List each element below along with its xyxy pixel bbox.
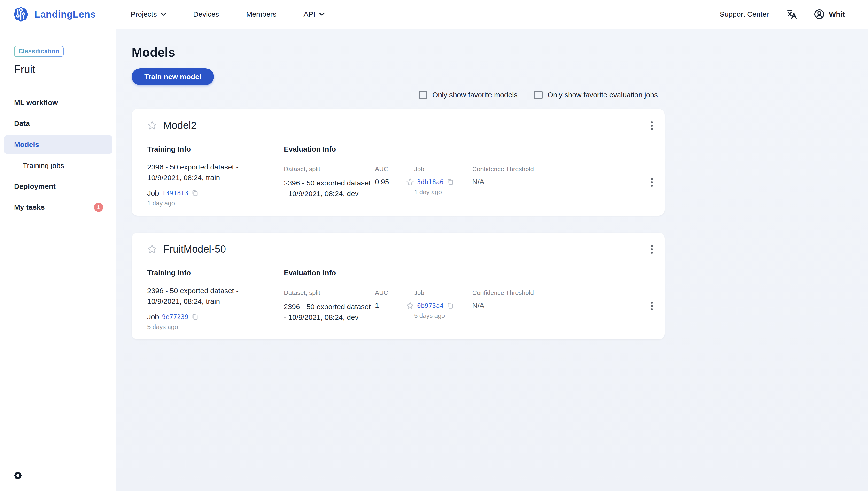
primary-nav: Projects Devices Members API: [131, 10, 324, 19]
confidence-threshold-value: N/A: [472, 301, 649, 323]
training-time-ago: 5 days ago: [147, 323, 266, 331]
sidebar-menu: ML workflow Data Models Training jobs De…: [0, 88, 116, 218]
training-dataset: 2396 - 50 exported dataset - 10/9/2021, …: [147, 162, 266, 183]
training-dataset: 2396 - 50 exported dataset - 10/9/2021, …: [147, 285, 266, 307]
evaluation-info-section: Evaluation Info Dataset, split AUC Job C…: [276, 145, 649, 207]
evaluation-info-section: Evaluation Info Dataset, split AUC Job C…: [276, 268, 649, 331]
evaluation-dataset: 2396 - 50 exported dataset - 10/9/2021, …: [284, 178, 375, 199]
evaluation-job-cell: 3db18a6: [414, 178, 472, 199]
evaluation-column-headers: Dataset, split AUC Job Confidence Thresh…: [284, 289, 649, 296]
favorite-evaluation-jobs-checkbox[interactable]: [534, 91, 543, 99]
chevron-down-icon: [161, 12, 166, 16]
sidebar-item-label: My tasks: [14, 203, 45, 211]
landinglens-app: LandingLens Projects Devices Members API: [0, 0, 868, 491]
brand-home-link[interactable]: LandingLens: [11, 5, 96, 24]
evaluation-time-ago: 1 day ago: [414, 189, 472, 196]
evaluation-row-menu-button[interactable]: [650, 300, 654, 312]
landinglens-logo-icon: [11, 5, 30, 24]
model-name: Model2: [163, 120, 197, 131]
model-card: Model2 Training Info 2396 - 50 exported …: [132, 109, 665, 216]
col-auc: AUC: [375, 165, 414, 173]
copy-job-id-button[interactable]: [191, 190, 199, 197]
model-menu-button[interactable]: [650, 243, 654, 255]
project-type-label: Classification: [19, 48, 59, 55]
train-new-model-button[interactable]: Train new model: [132, 68, 214, 85]
col-dataset-split: Dataset, split: [284, 165, 375, 173]
favorite-star-icon[interactable]: [147, 121, 157, 130]
sidebar-item-label: Models: [14, 140, 39, 149]
model-menu-button[interactable]: [650, 120, 654, 132]
sidebar-item-models[interactable]: Models: [4, 135, 112, 154]
nav-devices[interactable]: Devices: [193, 10, 219, 19]
favorite-models-checkbox[interactable]: [419, 91, 428, 99]
support-center-link[interactable]: Support Center: [720, 10, 769, 19]
evaluation-row-menu-button[interactable]: [650, 176, 654, 189]
nav-api[interactable]: API: [303, 10, 324, 19]
sidebar-item-training-jobs[interactable]: Training jobs: [0, 155, 116, 176]
nav-utilities: Support Center: [720, 8, 845, 20]
evaluation-dataset: 2396 - 50 exported dataset - 10/9/2021, …: [284, 301, 375, 323]
col-auc: AUC: [375, 289, 414, 296]
nav-projects-label: Projects: [131, 10, 157, 19]
evaluation-info-heading: Evaluation Info: [284, 268, 649, 277]
tasks-count-badge: 1: [94, 203, 103, 212]
favorite-star-icon[interactable]: [406, 302, 414, 310]
copy-job-id-button[interactable]: [191, 313, 199, 321]
evaluation-job-id-link[interactable]: 0b973a4: [417, 302, 444, 310]
col-job: Job: [414, 289, 472, 296]
project-name: Fruit: [14, 63, 102, 75]
training-job-id-link[interactable]: 13918f3: [162, 190, 189, 197]
filter-favorite-models[interactable]: Only show favorite models: [419, 91, 518, 99]
filter-label: Only show favorite evaluation jobs: [548, 91, 658, 99]
model-card-header: FruitModel-50: [147, 242, 649, 256]
sidebar-item-deployment[interactable]: Deployment: [0, 176, 116, 197]
evaluation-time-ago: 5 days ago: [414, 312, 472, 320]
model-name: FruitModel-50: [163, 243, 226, 255]
page-title: Models: [132, 46, 868, 59]
model-card-header: Model2: [147, 119, 649, 132]
sidebar-item-ml-workflow[interactable]: ML workflow: [0, 92, 116, 113]
evaluation-row: 2396 - 50 exported dataset - 10/9/2021, …: [284, 301, 649, 323]
nav-members-label: Members: [246, 10, 276, 19]
training-info-heading: Training Info: [147, 268, 266, 277]
nav-devices-label: Devices: [193, 10, 219, 19]
sidebar-item-label: ML workflow: [14, 98, 58, 107]
sidebar-item-label: Deployment: [14, 182, 56, 191]
project-type-badge: Classification: [14, 46, 64, 57]
main-content: Models Train new model Only show favorit…: [116, 29, 868, 491]
col-confidence-threshold: Confidence Threshold: [472, 289, 649, 296]
nav-api-label: API: [303, 10, 315, 19]
sidebar-item-label: Training jobs: [23, 162, 64, 170]
model-card-body: Training Info 2396 - 50 exported dataset…: [147, 145, 649, 207]
copy-job-id-button[interactable]: [446, 178, 454, 186]
training-job-id-link[interactable]: 9e77239: [162, 313, 189, 321]
training-info-section: Training Info 2396 - 50 exported dataset…: [147, 145, 276, 207]
confidence-threshold-value: N/A: [472, 178, 649, 199]
user-name: Whit: [829, 10, 845, 19]
job-label: Job: [147, 189, 159, 197]
favorite-star-icon[interactable]: [406, 178, 414, 186]
nav-projects[interactable]: Projects: [131, 10, 166, 19]
evaluation-job-cell: 0b973a4: [414, 301, 472, 323]
model-card-body: Training Info 2396 - 50 exported dataset…: [147, 268, 649, 331]
gear-icon: [13, 471, 23, 480]
translate-icon: [785, 8, 797, 20]
nav-members[interactable]: Members: [246, 10, 276, 19]
evaluation-job-id-link[interactable]: 3db18a6: [417, 178, 444, 186]
evaluation-row: 2396 - 50 exported dataset - 10/9/2021, …: [284, 178, 649, 199]
language-button[interactable]: [785, 8, 797, 20]
filter-favorite-evaluation-jobs[interactable]: Only show favorite evaluation jobs: [534, 91, 658, 99]
favorite-star-icon[interactable]: [147, 244, 157, 254]
user-menu[interactable]: Whit: [813, 8, 845, 20]
copy-icon: [191, 313, 199, 321]
filter-bar: Only show favorite models Only show favo…: [132, 91, 665, 99]
col-confidence-threshold: Confidence Threshold: [472, 165, 649, 173]
training-info-section: Training Info 2396 - 50 exported dataset…: [147, 268, 276, 331]
sidebar-item-my-tasks[interactable]: My tasks 1: [0, 197, 116, 218]
filter-label: Only show favorite models: [432, 91, 518, 99]
sidebar-item-data[interactable]: Data: [0, 113, 116, 134]
settings-button[interactable]: [13, 471, 23, 480]
copy-icon: [446, 178, 454, 186]
col-job: Job: [414, 165, 472, 173]
copy-job-id-button[interactable]: [446, 302, 454, 310]
